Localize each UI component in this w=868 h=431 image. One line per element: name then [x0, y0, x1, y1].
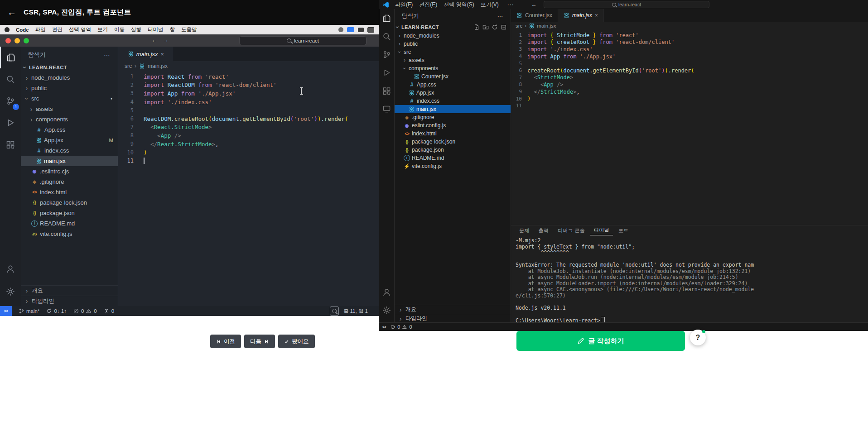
mac-menu-6[interactable]: 터미널 [148, 26, 164, 33]
mac-menu-2[interactable]: 선택 영역 [69, 26, 91, 33]
menu-3[interactable]: 보기(V) [477, 1, 502, 9]
file-components[interactable]: ›components [21, 114, 118, 125]
mac-menu-5[interactable]: 실행 [131, 26, 141, 33]
extensions-activity-icon[interactable] [0, 134, 21, 155]
mac-menu-7[interactable]: 창 [169, 26, 175, 33]
branch-status[interactable]: main* [18, 308, 39, 314]
tab-main-jsx[interactable]: main.jsx × [558, 9, 604, 22]
mac-menu-0[interactable]: 파일 [35, 26, 46, 33]
file-eslint.config.js[interactable]: ◉eslint.config.js [395, 121, 511, 129]
file-App.jsx[interactable]: App.jsxM [21, 135, 118, 145]
settings-gear-icon[interactable] [379, 301, 394, 319]
sidebar-more-icon[interactable]: ⋯ [497, 13, 504, 19]
file-components[interactable]: ›components [395, 64, 511, 72]
file-README.md[interactable]: iREADME.md [395, 154, 511, 162]
file-package-lock.json[interactable]: {}package-lock.json [21, 197, 118, 208]
mac-app-name[interactable]: Code [16, 27, 29, 33]
file-public[interactable]: ›public [21, 83, 118, 93]
left-code[interactable]: 1import React from 'react'2import ReactD… [118, 71, 379, 165]
close-window-icon[interactable] [5, 38, 11, 43]
mac-menu-4[interactable]: 이동 [114, 26, 125, 33]
file-package-lock.json[interactable]: {}package-lock.json [395, 138, 511, 146]
apple-logo-icon[interactable] [5, 27, 10, 32]
menu-1[interactable]: 편집(E) [416, 1, 440, 9]
breadcrumb-src[interactable]: src [125, 63, 132, 69]
account-icon[interactable] [0, 258, 21, 280]
close-tab-icon[interactable]: × [595, 12, 598, 19]
account-icon[interactable] [379, 283, 394, 301]
file-vite.config.js[interactable]: ⚡vite.config.js [395, 162, 511, 170]
file-Counter.jsx[interactable]: Counter.jsx [395, 72, 511, 81]
cursor-position[interactable]: 줄 11, 열 1 [343, 308, 368, 315]
mac-menu-3[interactable]: 보기 [97, 26, 108, 33]
terminal-output[interactable]: -M.mjs:2import { styleText } from "node:… [511, 235, 868, 323]
problems-status[interactable]: 0 0 [390, 324, 412, 330]
control-center-icon[interactable] [367, 27, 374, 33]
file-App.jsx[interactable]: App.jsx [395, 89, 511, 97]
file-index.html[interactable]: <>index.html [21, 187, 118, 197]
file-README.md[interactable]: iREADME.md [21, 218, 118, 229]
ports-status[interactable]: 0 [103, 308, 114, 314]
panel-tab-터미널[interactable]: 터미널 [590, 225, 613, 235]
file-App.css[interactable]: #App.css [21, 125, 118, 135]
project-root[interactable]: › LEARN-REACT [21, 62, 118, 72]
new-folder-icon[interactable] [482, 24, 489, 30]
back-button[interactable]: ← [7, 7, 16, 18]
timeline-section[interactable]: › 타임라인 [395, 314, 511, 323]
timeline-section[interactable]: › 타임라인 [21, 296, 118, 306]
nav-back-icon[interactable]: ← [151, 37, 157, 43]
remote-explorer-activity-icon[interactable] [379, 100, 394, 118]
outline-section[interactable]: › 개요 [21, 285, 118, 296]
previous-lesson-button[interactable]: 이전 [210, 335, 241, 348]
file-.gitignore[interactable]: ◆.gitignore [21, 177, 118, 187]
write-post-button[interactable]: 글 작성하기 [516, 331, 685, 351]
breadcrumb-file[interactable]: main.jsx [148, 63, 168, 69]
file-assets[interactable]: ›assets [395, 56, 511, 64]
file-vite.config.js[interactable]: JSvite.config.js [21, 229, 118, 239]
file-index.css[interactable]: #index.css [21, 145, 118, 156]
file-node_modules[interactable]: ›node_modules [21, 72, 118, 83]
explorer-activity-icon[interactable] [0, 47, 21, 68]
settings-gear-icon[interactable] [0, 281, 21, 302]
file-main.jsx[interactable]: main.jsx [395, 105, 511, 113]
file-App.css[interactable]: #App.css [395, 81, 511, 89]
watched-button[interactable]: 봤어요 [278, 335, 315, 348]
minimize-window-icon[interactable] [14, 38, 20, 43]
project-root[interactable]: › LEARN-REACT [395, 23, 511, 32]
problems-status[interactable]: 0 0 [73, 308, 97, 314]
editor-area[interactable]: Counter.jsx main.jsx × src › main.jsx [511, 9, 868, 323]
nav-forward-icon[interactable]: → [163, 37, 169, 43]
breadcrumb-file[interactable]: main.jsx [537, 23, 556, 29]
mac-menu-8[interactable]: 도움말 [181, 26, 197, 33]
file-.gitignore[interactable]: ◆.gitignore [395, 113, 511, 121]
panel-tab-문제[interactable]: 문제 [516, 226, 533, 235]
breadcrumb-src[interactable]: src [516, 23, 522, 29]
menu-2[interactable]: 선택 영역(S) [440, 1, 477, 9]
menu-0[interactable]: 파일(F) [392, 1, 416, 9]
new-file-icon[interactable] [473, 24, 480, 30]
nav-back-icon[interactable]: ← [531, 1, 537, 8]
file-public[interactable]: ›public [395, 40, 511, 48]
search-activity-icon[interactable] [0, 68, 21, 90]
tab-counter-jsx[interactable]: Counter.jsx [511, 9, 558, 22]
panel-tab-출력[interactable]: 출력 [535, 226, 553, 235]
extensions-activity-icon[interactable] [379, 81, 394, 100]
mac-menu-1[interactable]: 편집 [52, 26, 63, 33]
explorer-activity-icon[interactable] [379, 9, 394, 27]
run-debug-activity-icon[interactable] [0, 112, 21, 134]
editor-area[interactable]: main.jsx × src › main.jsx 1import React … [118, 47, 379, 306]
command-center-search[interactable]: learn-react [544, 1, 709, 8]
maximize-window-icon[interactable] [24, 38, 29, 43]
record-indicator-icon[interactable] [338, 27, 343, 32]
file-assets[interactable]: ›assets [21, 104, 118, 114]
file-index.html[interactable]: <>index.html [395, 129, 511, 138]
file-package.json[interactable]: {}package.json [21, 208, 118, 218]
tab-main-jsx[interactable]: main.jsx × [118, 47, 174, 61]
file-package.json[interactable]: {}package.json [395, 146, 511, 154]
refresh-icon[interactable] [492, 24, 498, 30]
remote-indicator[interactable]: >< [0, 306, 12, 316]
sync-status[interactable]: 0↓ 1↑ [46, 308, 67, 314]
search-activity-icon[interactable] [379, 27, 394, 45]
file-main.jsx[interactable]: main.jsx [21, 156, 118, 166]
remote-indicator[interactable]: >< [382, 325, 386, 329]
